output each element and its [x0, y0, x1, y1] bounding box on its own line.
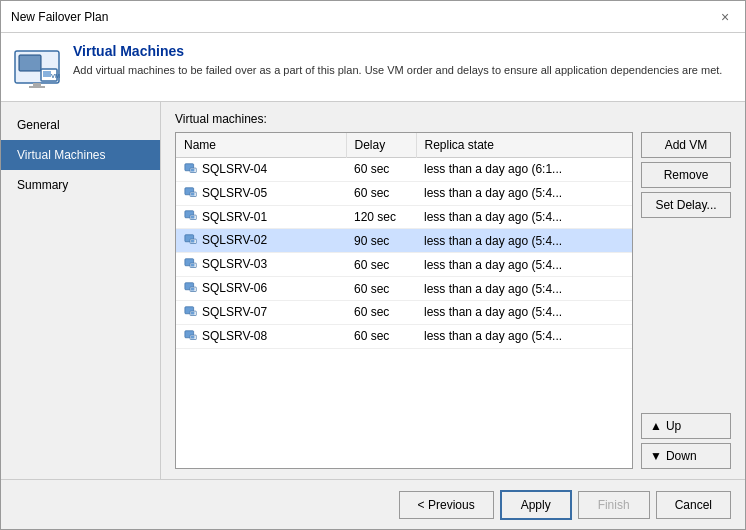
vm-table-body: SQLSRV-0460 secless than a day ago (6:1.…: [176, 158, 632, 349]
vm-row-icon: [184, 281, 198, 295]
cell-name-text: SQLSRV-05: [202, 186, 267, 200]
set-delay-button[interactable]: Set Delay...: [641, 192, 731, 218]
cell-delay: 120 sec: [346, 205, 416, 229]
sidebar-item-general[interactable]: General: [1, 110, 160, 140]
side-buttons: Add VM Remove Set Delay... ▲ Up ▼ Down: [641, 132, 731, 469]
spacer: [641, 222, 731, 409]
cell-delay: 60 sec: [346, 181, 416, 205]
column-header-name: Name: [176, 133, 346, 158]
table-row[interactable]: SQLSRV-0360 secless than a day ago (5:4.…: [176, 253, 632, 277]
vm-table: Name Delay Replica state SQLSRV-0460 sec…: [176, 133, 632, 349]
vm-row-icon: [184, 162, 198, 176]
table-row[interactable]: SQLSRV-0290 secless than a day ago (5:4.…: [176, 229, 632, 253]
up-arrow-icon: ▲: [650, 419, 662, 433]
table-header-row: Name Delay Replica state: [176, 133, 632, 158]
dialog: New Failover Plan × VM Virtual Machines …: [0, 0, 746, 530]
svg-rect-6: [43, 71, 51, 77]
svg-rect-4: [29, 86, 45, 88]
apply-button[interactable]: Apply: [500, 490, 572, 520]
header-description: Add virtual machines to be failed over a…: [73, 63, 722, 78]
cell-name: SQLSRV-04: [176, 158, 346, 182]
cell-name: SQLSRV-08: [176, 324, 346, 348]
svg-rect-19: [191, 240, 195, 243]
cell-name: SQLSRV-01: [176, 205, 346, 229]
cell-name: SQLSRV-03: [176, 253, 346, 277]
header-text: Virtual Machines Add virtual machines to…: [73, 43, 722, 78]
svg-rect-31: [191, 336, 195, 339]
cancel-button[interactable]: Cancel: [656, 491, 731, 519]
table-row[interactable]: SQLSRV-01120 secless than a day ago (5:4…: [176, 205, 632, 229]
column-header-replica: Replica state: [416, 133, 632, 158]
cell-delay: 60 sec: [346, 277, 416, 301]
cell-name-text: SQLSRV-06: [202, 281, 267, 295]
sidebar: General Virtual Machines Summary: [1, 102, 161, 479]
svg-rect-1: [19, 55, 41, 71]
down-button[interactable]: ▼ Down: [641, 443, 731, 469]
table-row[interactable]: SQLSRV-0460 secless than a day ago (6:1.…: [176, 158, 632, 182]
table-row[interactable]: SQLSRV-0860 secless than a day ago (5:4.…: [176, 324, 632, 348]
table-row[interactable]: SQLSRV-0660 secless than a day ago (5:4.…: [176, 277, 632, 301]
remove-button[interactable]: Remove: [641, 162, 731, 188]
body-section: General Virtual Machines Summary Virtual…: [1, 102, 745, 479]
cell-delay: 90 sec: [346, 229, 416, 253]
cell-name-text: SQLSRV-03: [202, 257, 267, 271]
finish-button[interactable]: Finish: [578, 491, 650, 519]
vm-row-icon: [184, 305, 198, 319]
vm-row-icon: [184, 186, 198, 200]
svg-rect-10: [191, 169, 195, 172]
svg-rect-22: [191, 264, 195, 267]
vm-row-icon: [184, 329, 198, 343]
cell-name: SQLSRV-02: [176, 229, 346, 253]
vm-row-icon: [184, 233, 198, 247]
vm-list-label: Virtual machines:: [175, 112, 731, 126]
cell-name-text: SQLSRV-07: [202, 305, 267, 319]
column-header-delay: Delay: [346, 133, 416, 158]
cell-name-text: SQLSRV-08: [202, 329, 267, 343]
cell-delay: 60 sec: [346, 324, 416, 348]
footer: < Previous Apply Finish Cancel: [1, 479, 745, 529]
table-row[interactable]: SQLSRV-0560 secless than a day ago (5:4.…: [176, 181, 632, 205]
sidebar-item-summary[interactable]: Summary: [1, 170, 160, 200]
svg-text:VM: VM: [51, 73, 60, 79]
svg-rect-25: [191, 288, 195, 291]
cell-delay: 60 sec: [346, 253, 416, 277]
cell-name: SQLSRV-06: [176, 277, 346, 301]
down-arrow-icon: ▼: [650, 449, 662, 463]
cell-name: SQLSRV-05: [176, 181, 346, 205]
cell-replica-state: less than a day ago (5:4...: [416, 205, 632, 229]
cell-replica-state: less than a day ago (5:4...: [416, 181, 632, 205]
cell-replica-state: less than a day ago (5:4...: [416, 253, 632, 277]
svg-rect-3: [33, 83, 41, 86]
cell-name: SQLSRV-07: [176, 300, 346, 324]
svg-rect-16: [191, 216, 195, 219]
dialog-title: New Failover Plan: [11, 10, 108, 24]
up-label: Up: [666, 419, 681, 433]
cell-replica-state: less than a day ago (5:4...: [416, 277, 632, 301]
vm-area: Name Delay Replica state SQLSRV-0460 sec…: [175, 132, 731, 469]
sidebar-item-virtual-machines[interactable]: Virtual Machines: [1, 140, 160, 170]
cell-replica-state: less than a day ago (5:4...: [416, 324, 632, 348]
up-down-group: ▲ Up ▼ Down: [641, 413, 731, 469]
svg-rect-13: [191, 193, 195, 196]
previous-button[interactable]: < Previous: [399, 491, 494, 519]
add-vm-button[interactable]: Add VM: [641, 132, 731, 158]
cell-name-text: SQLSRV-02: [202, 233, 267, 247]
header-title: Virtual Machines: [73, 43, 722, 59]
main-content: Virtual machines: Name Delay Replica sta…: [161, 102, 745, 479]
vm-table-wrapper: Name Delay Replica state SQLSRV-0460 sec…: [175, 132, 633, 469]
cell-delay: 60 sec: [346, 158, 416, 182]
header-icon: VM: [13, 43, 61, 91]
header-section: VM Virtual Machines Add virtual machines…: [1, 33, 745, 102]
svg-rect-28: [191, 312, 195, 315]
cell-name-text: SQLSRV-01: [202, 210, 267, 224]
down-label: Down: [666, 449, 697, 463]
vm-row-icon: [184, 257, 198, 271]
up-button[interactable]: ▲ Up: [641, 413, 731, 439]
close-button[interactable]: ×: [715, 7, 735, 27]
cell-replica-state: less than a day ago (5:4...: [416, 229, 632, 253]
cell-replica-state: less than a day ago (6:1...: [416, 158, 632, 182]
vm-row-icon: [184, 209, 198, 223]
table-row[interactable]: SQLSRV-0760 secless than a day ago (5:4.…: [176, 300, 632, 324]
cell-replica-state: less than a day ago (5:4...: [416, 300, 632, 324]
title-bar: New Failover Plan ×: [1, 1, 745, 33]
